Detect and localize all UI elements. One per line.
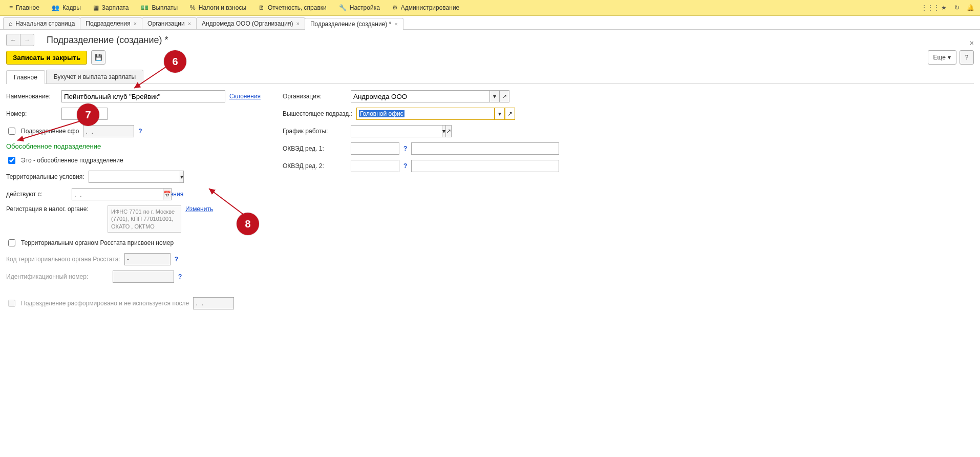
close-page-icon[interactable]: ×	[970, 39, 974, 47]
help-button[interactable]: ?	[960, 50, 974, 65]
okved2-label: ОКВЭД ред. 2:	[283, 162, 347, 170]
menu-pay[interactable]: 💵Выплаты	[135, 0, 184, 15]
open-icon[interactable]: ↗	[500, 90, 509, 102]
org-label: Организация:	[283, 93, 347, 100]
back-button[interactable]: ←	[6, 34, 20, 46]
bell-icon[interactable]: 🔔	[965, 2, 976, 13]
form-tab-main[interactable]: Главное	[6, 70, 45, 84]
formed-label: Подразделение сфо	[21, 128, 79, 135]
open-icon[interactable]: ↗	[446, 125, 452, 137]
org-input[interactable]	[351, 90, 490, 102]
more-button[interactable]: Еще▾	[928, 50, 956, 65]
rosstat-label: Территориальным органом Росстата присвое…	[21, 239, 174, 246]
disband-label: Подразделение расформировано и не исполь…	[21, 300, 189, 307]
callout-7: 7	[77, 103, 99, 126]
from-date-input[interactable]	[72, 188, 163, 200]
close-icon[interactable]: ×	[134, 20, 137, 27]
menu-hr[interactable]: 👥Кадры	[46, 0, 87, 15]
help-icon[interactable]: ?	[403, 145, 407, 152]
okved1-text-input[interactable]	[411, 142, 559, 155]
taxreg-value: ИФНС 7701 по г. Москве (7701), КПП 77010…	[108, 205, 181, 233]
dropdown-icon[interactable]: ▾	[495, 108, 505, 120]
menu-admin[interactable]: ⚙Администрирование	[386, 0, 465, 15]
parent-input[interactable]: Головной офис	[356, 108, 495, 120]
name-input[interactable]	[61, 90, 225, 102]
close-icon[interactable]: ×	[394, 21, 397, 27]
hamburger-icon: ≡	[9, 4, 13, 11]
number-label: Номер:	[6, 110, 57, 117]
top-menu: ≡Главное 👥Кадры ▦Зарплата 💵Выплаты %Нало…	[0, 0, 980, 16]
dropdown-icon[interactable]: ▾	[180, 171, 184, 183]
tab-andro[interactable]: Андромеда ООО (Организация)×	[196, 17, 305, 29]
wrench-icon: 🔧	[339, 4, 347, 11]
rosstat-code-input	[124, 253, 171, 265]
menu-salary[interactable]: ▦Зарплата	[87, 0, 135, 15]
open-icon[interactable]: ↗	[505, 108, 515, 120]
menu-tax[interactable]: %Налоги и взносы	[184, 0, 252, 15]
rosstat-checkbox[interactable]	[8, 239, 15, 246]
people-icon: 👥	[52, 4, 59, 11]
change-link[interactable]: Изменить	[185, 205, 213, 213]
parent-label: Вышестоящее подразд.:	[283, 110, 352, 117]
from-label: действуют с:	[6, 191, 68, 198]
schedule-label: График работы:	[283, 128, 347, 135]
separate-checkbox[interactable]	[8, 157, 15, 164]
menu-setup[interactable]: 🔧Настройка	[333, 0, 386, 15]
help-icon[interactable]: ?	[403, 162, 407, 170]
ident-label: Идентификационный номер:	[6, 273, 109, 280]
formed-date-input[interactable]	[83, 125, 134, 137]
doc-icon: 🗎	[259, 4, 265, 11]
menu-report[interactable]: 🗎Отчетность, справки	[252, 0, 333, 15]
name-label: Наименование:	[6, 93, 57, 100]
declensions-link[interactable]: Склонения	[229, 93, 261, 100]
page-title: Подразделение (создание) *	[47, 35, 168, 46]
separate-label: Это - обособленное подразделение	[21, 157, 123, 164]
dropdown-icon[interactable]: ▾	[490, 90, 500, 102]
star-icon[interactable]: ★	[938, 2, 949, 13]
formed-checkbox[interactable]	[8, 128, 15, 135]
diskette-icon: 💾	[95, 54, 102, 61]
okved1-code-input[interactable]	[351, 142, 399, 155]
gear-icon: ⚙	[392, 4, 398, 11]
okved2-text-input[interactable]	[411, 160, 559, 172]
disband-checkbox	[8, 300, 15, 307]
territory-label: Территориальные условия:	[6, 173, 84, 180]
tab-bar: ⌂Начальная страница Подразделения× Орган…	[0, 16, 980, 30]
disband-date-input	[193, 297, 234, 309]
territory-input[interactable]	[89, 171, 180, 183]
help-icon[interactable]: ?	[175, 256, 178, 263]
apps-icon[interactable]: ⋮⋮⋮	[925, 2, 936, 13]
close-icon[interactable]: ×	[188, 20, 191, 27]
schedule-input[interactable]	[351, 125, 442, 137]
wallet-icon: 💵	[141, 4, 148, 11]
callout-8: 8	[237, 213, 259, 235]
help-icon[interactable]: ?	[138, 128, 142, 135]
okved1-label: ОКВЭД ред. 1:	[283, 145, 347, 152]
menu-main[interactable]: ≡Главное	[3, 0, 46, 15]
calendar-icon[interactable]: 📅	[163, 188, 172, 200]
question-icon: ?	[965, 54, 969, 61]
tab-org[interactable]: Организации×	[142, 17, 197, 29]
tab-home[interactable]: ⌂Начальная страница	[3, 17, 80, 29]
close-icon[interactable]: ×	[296, 20, 299, 27]
taxreg-label: Регистрация в налог. органе:	[6, 205, 103, 213]
okved2-code-input[interactable]	[351, 160, 399, 172]
chevron-down-icon: ▾	[948, 54, 951, 61]
forward-button[interactable]: →	[20, 34, 34, 46]
save-button[interactable]: 💾	[91, 50, 105, 65]
dropdown-icon[interactable]: ▾	[442, 125, 446, 137]
tab-current[interactable]: Подразделение (создание) *×	[305, 18, 403, 30]
separate-section-title: Обособленное подразделение	[6, 142, 262, 150]
history-icon[interactable]: ↻	[951, 2, 963, 13]
help-icon[interactable]: ?	[178, 273, 182, 280]
callout-6: 6	[164, 50, 186, 73]
table-icon: ▦	[93, 4, 99, 11]
percent-icon: %	[190, 4, 196, 11]
rosstat-code-label: Код территориального органа Росстата:	[6, 256, 120, 263]
form-tab-acc[interactable]: Бухучет и выплата зарплаты	[46, 70, 143, 84]
tab-dept[interactable]: Подразделения×	[80, 17, 142, 29]
home-icon: ⌂	[9, 20, 12, 27]
ident-input	[113, 271, 174, 283]
save-close-button[interactable]: Записать и закрыть	[6, 51, 87, 65]
